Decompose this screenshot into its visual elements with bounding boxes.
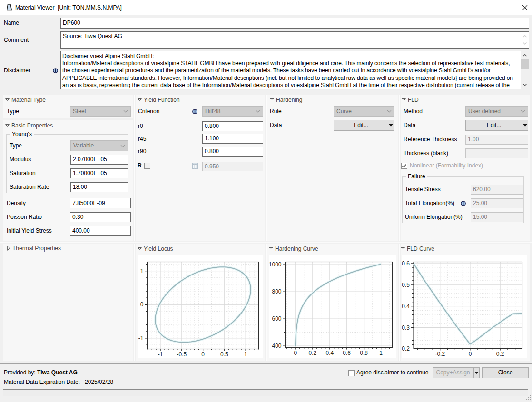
svg-text:0.2: 0.2	[496, 351, 504, 357]
svg-text:600: 600	[272, 315, 281, 322]
svg-text:0: 0	[201, 351, 205, 358]
svg-text:1: 1	[379, 350, 383, 356]
svg-text:0: 0	[469, 351, 472, 357]
svg-text:800: 800	[272, 288, 281, 295]
svg-text:400: 400	[272, 343, 281, 349]
svg-text:-1: -1	[138, 335, 144, 342]
svg-text:0.4: 0.4	[402, 303, 410, 310]
svg-text:0.3: 0.3	[402, 324, 410, 331]
svg-text:1: 1	[140, 268, 144, 275]
svg-text:1: 1	[244, 351, 247, 358]
svg-text:0.5: 0.5	[402, 282, 410, 288]
svg-text:0.4: 0.4	[325, 350, 334, 356]
svg-text:0.2: 0.2	[308, 350, 316, 356]
svg-text:0.5: 0.5	[220, 351, 228, 358]
svg-text:0.2: 0.2	[402, 345, 410, 352]
svg-text:0.6: 0.6	[343, 350, 351, 356]
svg-text:0: 0	[294, 350, 297, 356]
svg-text:-1: -1	[158, 351, 163, 358]
svg-text:-0.5: -0.5	[177, 351, 187, 358]
svg-text:0.6: 0.6	[402, 260, 410, 267]
svg-text:-0.2: -0.2	[435, 351, 445, 357]
svg-text:0: 0	[140, 301, 144, 308]
svg-text:0.8: 0.8	[360, 350, 368, 356]
svg-text:1000: 1000	[269, 261, 282, 268]
